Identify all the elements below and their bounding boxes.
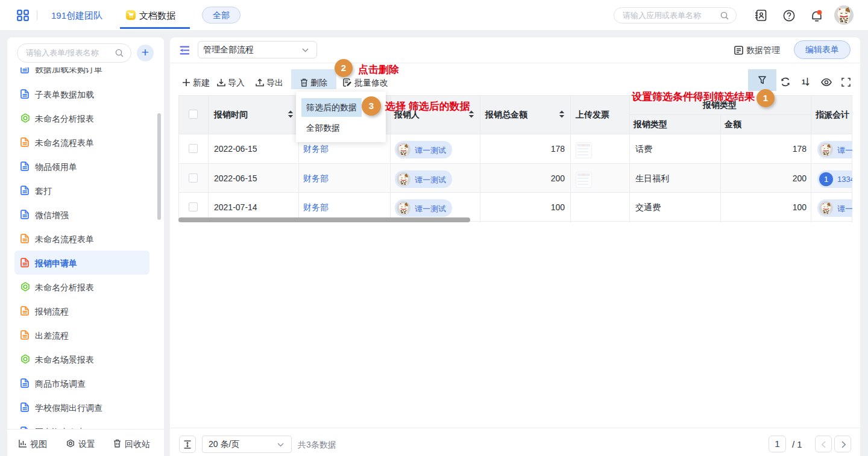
svg-text:1: 1 <box>802 78 805 86</box>
